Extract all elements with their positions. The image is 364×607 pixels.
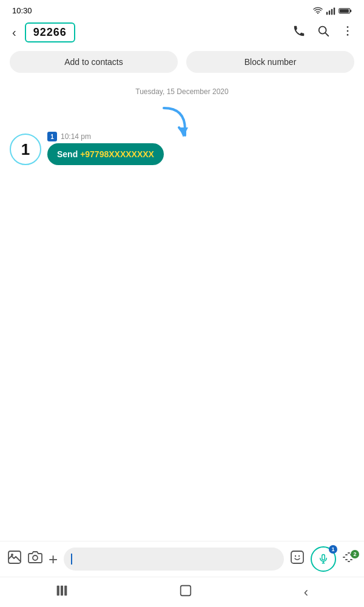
svg-rect-1 <box>329 10 330 15</box>
voice-button[interactable]: 1 <box>311 546 336 572</box>
svg-point-17 <box>298 555 300 557</box>
search-number-display: 92266 <box>25 22 75 42</box>
message-input[interactable] <box>64 548 284 571</box>
status-bar: 10:30 <box>0 0 364 19</box>
message-bubble[interactable]: Send +97798XXXXXXXX <box>47 143 164 165</box>
message-source-icon: 1 <box>47 132 57 141</box>
search-button[interactable] <box>317 24 330 41</box>
message-time: 10:14 pm <box>61 132 91 141</box>
status-icons <box>313 7 352 15</box>
more-options-button[interactable] <box>341 24 354 41</box>
signal-icon <box>326 7 335 15</box>
camera-button[interactable] <box>28 550 42 568</box>
back-button[interactable]: ‹ <box>10 23 19 42</box>
svg-rect-24 <box>181 586 191 596</box>
top-bar: ‹ 92266 <box>0 19 364 49</box>
plus-button[interactable]: + <box>49 550 58 569</box>
svg-rect-23 <box>64 586 67 596</box>
svg-rect-21 <box>56 586 59 596</box>
home-nav-button[interactable] <box>179 584 192 600</box>
battery-icon <box>339 7 352 15</box>
message-content: 1 10:14 pm Send +97798XXXXXXXX <box>47 132 164 165</box>
call-button[interactable] <box>292 24 306 41</box>
svg-point-16 <box>295 555 296 557</box>
message-meta: 1 10:14 pm <box>47 132 164 141</box>
svg-rect-18 <box>322 555 325 560</box>
avatar: 1 <box>10 134 41 165</box>
svg-rect-15 <box>291 551 303 563</box>
voice-badge: 1 <box>329 545 337 554</box>
message-phone-masked: XXXXXXXX <box>109 149 154 159</box>
chat-area: Tuesday, 15 December 2020 1 1 10:14 pm S… <box>0 81 364 177</box>
voice-button-wrapper: 1 <box>311 546 336 572</box>
voice2-button-wrapper: 2 <box>342 550 357 568</box>
message-phone: +97798 <box>80 149 109 159</box>
voice2-badge: 2 <box>351 550 359 558</box>
svg-rect-22 <box>61 586 63 596</box>
voice2-button[interactable]: 2 <box>342 552 357 568</box>
nav-bar: ‹ <box>0 577 364 607</box>
add-to-contacts-button[interactable]: Add to contacts <box>10 51 178 73</box>
svg-rect-6 <box>340 9 349 13</box>
recents-nav-button[interactable] <box>56 585 68 600</box>
message-prefix: Send <box>57 149 80 159</box>
block-number-button[interactable]: Block number <box>186 51 354 73</box>
wifi-icon <box>313 7 323 15</box>
svg-marker-11 <box>179 127 188 137</box>
text-cursor <box>71 554 72 565</box>
svg-point-14 <box>33 555 38 560</box>
bottom-bar: + 1 2 <box>0 541 364 577</box>
arrow-annotation <box>152 102 194 147</box>
svg-rect-5 <box>350 10 351 12</box>
top-actions <box>292 24 354 41</box>
svg-point-9 <box>347 30 349 32</box>
back-nav-button[interactable]: ‹ <box>304 585 308 600</box>
date-label: Tuesday, 15 December 2020 <box>10 87 354 96</box>
action-buttons: Add to contacts Block number <box>0 49 364 81</box>
svg-rect-0 <box>326 12 328 15</box>
gallery-button[interactable] <box>7 550 22 568</box>
time-display: 10:30 <box>12 6 32 15</box>
sticker-button[interactable] <box>290 550 305 568</box>
svg-rect-3 <box>334 7 335 15</box>
svg-point-10 <box>347 34 349 36</box>
svg-point-8 <box>347 26 349 28</box>
svg-rect-2 <box>331 8 332 15</box>
message-row: 1 1 10:14 pm Send +97798XXXXXXXX <box>10 102 354 165</box>
